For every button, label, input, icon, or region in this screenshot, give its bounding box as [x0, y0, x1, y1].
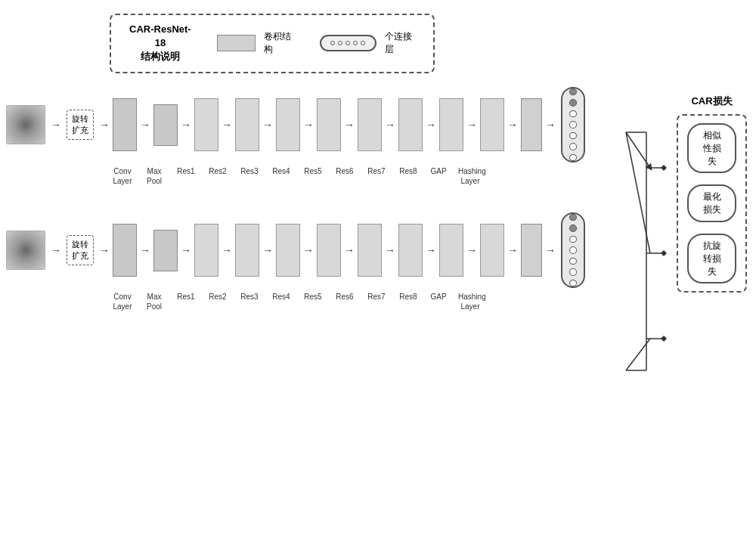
loss-item-1: 相似性损失	[687, 123, 736, 173]
legend-items: 卷积结构 个连接层	[217, 30, 418, 56]
hdot-2-5	[569, 258, 577, 265]
res5-block-1	[358, 98, 382, 151]
res7-block-1	[439, 98, 463, 151]
hdot-1-7	[569, 154, 577, 161]
svg-marker-11	[661, 336, 667, 342]
lbl-conv-2: ConvLayer	[110, 292, 135, 311]
lbl-res1-1: Res1	[174, 166, 198, 176]
hashing-layer-2	[561, 212, 585, 288]
input-image-1	[6, 105, 45, 144]
hdot-1-5	[569, 132, 577, 139]
hdot-1-2	[569, 99, 577, 106]
legend-dot-5	[361, 41, 365, 45]
lbl-res4-1: Res4	[269, 166, 293, 176]
lbl-res3-1: Res3	[237, 166, 262, 176]
arrow-11: →	[466, 119, 477, 131]
maxpool-block-1	[153, 104, 178, 146]
maxpool-block-2	[153, 230, 178, 271]
lbl-res2-2: Res2	[206, 292, 230, 302]
res8-block-2	[480, 224, 504, 277]
arrow-7: →	[303, 119, 314, 131]
lbl-conv-1: ConvLayer	[110, 166, 135, 186]
arrow-2-11: →	[466, 244, 477, 256]
lbl-maxpool-1: MaxPool	[142, 166, 166, 186]
hdot-2-7	[569, 280, 577, 286]
blocks-row-1: → 旋转 扩充 → → → → → →	[6, 87, 618, 163]
res8-block-1	[480, 98, 504, 151]
svg-line-1	[626, 132, 650, 253]
lbl-res7-2: Res7	[364, 292, 389, 302]
networks-wrapper: → 旋转 扩充 → → → → → →	[6, 87, 618, 327]
res3-block-1	[276, 98, 300, 151]
loss-item-2: 最化损失	[687, 184, 736, 222]
arrow-1: →	[51, 119, 61, 131]
label-row-1: ConvLayer MaxPool Res1 Res2 Res3 Res4 Re…	[110, 166, 618, 186]
arrow-8: →	[344, 119, 355, 131]
lbl-res8-1: Res8	[396, 166, 420, 176]
arrow-2-6: →	[262, 244, 273, 256]
lbl-res3-2: Res3	[237, 292, 262, 302]
car-loss-area: CAR损失 相似性损失 最化损失 抗旋转损失	[677, 94, 747, 293]
legend-dot-2	[338, 41, 342, 45]
lbl-res1-2: Res1	[174, 292, 198, 302]
arrow-5: →	[222, 119, 232, 131]
arrow-2-7: →	[303, 244, 314, 256]
legend-conv-label: 卷积结构	[264, 30, 297, 56]
hdot-2-4	[569, 246, 577, 253]
lbl-gap-2: GAP	[428, 292, 449, 302]
arrow-4: →	[181, 119, 191, 131]
hdot-1-1	[569, 88, 577, 95]
gap-block-2	[521, 224, 542, 277]
arrow-3: →	[140, 119, 150, 131]
res5-block-2	[358, 224, 382, 277]
lbl-hashing-1: HashingLayer	[458, 166, 482, 186]
arrow-2-8: →	[344, 244, 355, 256]
res6-block-1	[398, 98, 423, 151]
arrow-2-12: →	[507, 244, 518, 256]
lbl-res5-1: Res5	[301, 166, 325, 176]
res1-block-1	[194, 98, 218, 151]
hashing-layer-1	[561, 87, 585, 163]
arrow-12: →	[507, 119, 518, 131]
hdot-2-6	[569, 268, 577, 275]
lbl-res2-1: Res2	[206, 166, 230, 176]
arrow-10: →	[426, 119, 436, 131]
legend-conv-shape	[217, 35, 256, 51]
hdot-2-2	[569, 225, 577, 231]
network-row-2: → 旋转 扩充 → → → → → →	[6, 212, 618, 311]
arrow-6: →	[262, 119, 273, 131]
conv-block-2	[113, 224, 137, 277]
res2-block-2	[235, 224, 259, 277]
input-image-2	[6, 231, 45, 270]
legend-box: CAR-ResNet-18 结构说明 卷积结构 个连接层	[110, 14, 435, 73]
res2-block-1	[235, 98, 259, 151]
arrow-2-5: →	[222, 244, 232, 256]
lbl-res7-1: Res7	[364, 166, 389, 176]
hdot-1-6	[569, 143, 577, 150]
svg-line-2	[626, 339, 650, 370]
main-container: CAR-ResNet-18 结构说明 卷积结构 个连接层	[0, 0, 756, 545]
legend-fc-shape	[320, 35, 376, 51]
legend-fc-label: 个连接层	[385, 30, 418, 56]
svg-marker-9	[661, 165, 667, 171]
arrow-2-3: →	[140, 244, 150, 256]
lbl-res6-1: Res6	[333, 166, 357, 176]
lbl-gap-1: GAP	[428, 166, 449, 176]
car-loss-box: 相似性损失 最化损失 抗旋转损失	[677, 114, 747, 293]
lbl-res5-2: Res5	[301, 292, 325, 302]
legend-dot-1	[330, 41, 335, 45]
hdot-1-4	[569, 121, 577, 128]
rotation-box-1: 旋转 扩充	[67, 110, 94, 141]
gap-block-1	[521, 98, 542, 151]
arrow-2-10: →	[426, 244, 436, 256]
arrow-2-13: →	[545, 244, 556, 256]
arrow-2-9: →	[385, 244, 395, 256]
legend-dot-3	[345, 41, 350, 45]
lbl-res6-2: Res6	[333, 292, 357, 302]
res7-block-2	[439, 224, 463, 277]
arrow-2-2: →	[99, 244, 110, 256]
legend-dot-4	[353, 41, 358, 45]
svg-line-0	[626, 132, 650, 168]
blocks-row-2: → 旋转 扩充 → → → → → →	[6, 212, 618, 288]
rotation-box-2: 旋转 扩充	[67, 235, 94, 266]
